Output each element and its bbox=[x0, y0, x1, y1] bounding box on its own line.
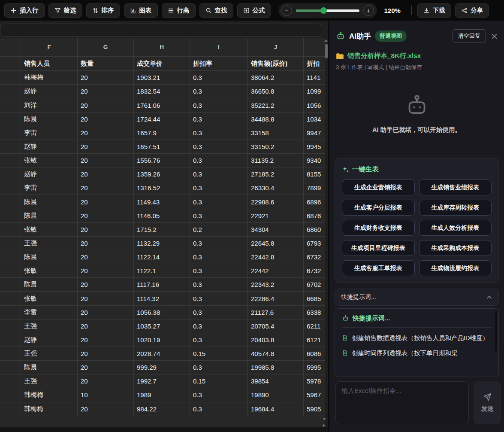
cell[interactable]: 1122.14 bbox=[134, 250, 190, 264]
cell[interactable] bbox=[0, 361, 21, 374]
cell[interactable]: 王强 bbox=[21, 347, 78, 360]
header-cell[interactable] bbox=[0, 57, 21, 70]
cell[interactable]: 1141 bbox=[304, 71, 324, 84]
cell[interactable]: 20 bbox=[78, 374, 134, 388]
cell[interactable]: 26330.4 bbox=[248, 181, 304, 195]
cell[interactable] bbox=[0, 333, 21, 347]
cell[interactable]: 0.3 bbox=[190, 195, 248, 208]
cell[interactable]: 19890 bbox=[248, 388, 304, 402]
cell[interactable]: 0.15 bbox=[190, 347, 248, 360]
cell[interactable]: 0.3 bbox=[190, 113, 248, 126]
header-cell[interactable]: 成交单价 bbox=[134, 57, 190, 70]
cell[interactable]: 20 bbox=[78, 278, 134, 291]
cell[interactable]: 0.3 bbox=[190, 361, 248, 374]
cell[interactable] bbox=[0, 167, 21, 181]
cell[interactable]: 20 bbox=[78, 71, 134, 84]
cell[interactable]: 20 bbox=[78, 361, 134, 374]
cell[interactable]: 39854 bbox=[248, 374, 304, 388]
cell[interactable]: 20 bbox=[78, 292, 134, 305]
cell[interactable]: 22442.8 bbox=[248, 250, 304, 264]
toolbar-button-formula[interactable]: 公式 bbox=[237, 3, 271, 18]
generate-report-button[interactable]: 生成财务收支报表 bbox=[342, 220, 415, 236]
cell[interactable]: 6732 bbox=[304, 250, 324, 264]
cell[interactable]: 22921 bbox=[248, 209, 304, 222]
cell[interactable]: 31135.2 bbox=[248, 154, 304, 167]
cell[interactable]: 1056.38 bbox=[134, 306, 190, 319]
cell[interactable] bbox=[0, 347, 21, 360]
cell[interactable]: 21127.6 bbox=[248, 306, 304, 319]
cell[interactable]: 0.3 bbox=[190, 237, 248, 250]
cell[interactable]: 10 bbox=[78, 388, 134, 402]
cell[interactable]: 20 bbox=[78, 85, 134, 98]
generate-report-button[interactable]: 生成库存周转报表 bbox=[419, 200, 492, 216]
command-input[interactable] bbox=[335, 381, 469, 424]
cell[interactable]: 20 bbox=[78, 347, 134, 360]
cell[interactable]: 20 bbox=[78, 126, 134, 140]
cell[interactable] bbox=[0, 388, 21, 402]
column-letter[interactable]: J bbox=[248, 38, 304, 56]
cell[interactable]: 0.2 bbox=[190, 223, 248, 236]
cell[interactable]: 1122.1 bbox=[134, 264, 190, 277]
cell[interactable]: 6211 bbox=[304, 319, 324, 333]
formula-bar-input[interactable] bbox=[0, 24, 322, 37]
cell[interactable] bbox=[0, 113, 21, 126]
zoom-slider[interactable] bbox=[296, 7, 359, 14]
generate-report-button[interactable]: 生成销售业绩报表 bbox=[419, 179, 492, 195]
cell[interactable]: 赵静 bbox=[21, 140, 78, 153]
cell[interactable]: 陈晨 bbox=[21, 195, 78, 208]
cell[interactable]: 王强 bbox=[21, 319, 78, 333]
cell[interactable]: 0.3 bbox=[190, 126, 248, 140]
cell[interactable]: 1114.32 bbox=[134, 292, 190, 305]
cell[interactable]: 20 bbox=[78, 223, 134, 236]
cell[interactable]: 22343.2 bbox=[248, 278, 304, 291]
generate-report-button[interactable]: 生成客服工单报表 bbox=[342, 260, 415, 276]
cell[interactable]: 6860 bbox=[304, 223, 324, 236]
header-cell[interactable]: 数量 bbox=[78, 57, 134, 70]
cell[interactable]: 1715.2 bbox=[134, 223, 190, 236]
cell[interactable]: 6086 bbox=[304, 347, 324, 360]
cell[interactable] bbox=[0, 292, 21, 305]
cell[interactable]: 张敏 bbox=[21, 223, 78, 236]
cell[interactable]: 0.3 bbox=[190, 292, 248, 305]
download-button[interactable]: 下载 bbox=[417, 3, 451, 18]
cell[interactable]: 6702 bbox=[304, 278, 324, 291]
cell[interactable]: 6685 bbox=[304, 292, 324, 305]
cell[interactable] bbox=[0, 237, 21, 250]
cell[interactable]: 984.22 bbox=[134, 402, 190, 416]
cell[interactable] bbox=[0, 306, 21, 319]
cell[interactable]: 陈晨 bbox=[21, 250, 78, 264]
quick-prompt-item[interactable]: 创建销售数据透视表（按销售人员和产品ID维度） bbox=[342, 333, 492, 343]
cell[interactable]: 1992.7 bbox=[134, 374, 190, 388]
cell[interactable]: 6732 bbox=[304, 264, 324, 277]
quick-prompts-toggle[interactable]: 快捷提示词... bbox=[335, 289, 499, 306]
scroll-down-arrow[interactable] bbox=[323, 418, 326, 420]
cell[interactable] bbox=[0, 223, 21, 236]
cell[interactable]: 19985.8 bbox=[248, 361, 304, 374]
cell[interactable]: 5978 bbox=[304, 374, 324, 388]
cell[interactable]: 1149.43 bbox=[134, 195, 190, 208]
cell[interactable]: 0.3 bbox=[190, 154, 248, 167]
quick-prompt-item[interactable]: 创建时间序列透视表（按下单日期和渠 bbox=[342, 348, 492, 358]
cell[interactable]: 5967 bbox=[304, 388, 324, 402]
toolbar-button-filter[interactable]: 筛选 bbox=[48, 3, 82, 18]
cell[interactable]: 陈晨 bbox=[21, 209, 78, 222]
toolbar-button-search[interactable]: 查找 bbox=[199, 3, 233, 18]
header-cell[interactable]: 折扣率 bbox=[190, 57, 248, 70]
cell[interactable]: 0.3 bbox=[190, 140, 248, 153]
cell[interactable] bbox=[0, 85, 21, 98]
header-cell[interactable]: 销售额(原价) bbox=[248, 57, 304, 70]
toolbar-button-plus[interactable]: 插入行 bbox=[4, 3, 45, 18]
generate-report-button[interactable]: 生成采购成本报表 bbox=[419, 240, 492, 256]
cell[interactable]: 0.3 bbox=[190, 278, 248, 291]
cell[interactable]: 20 bbox=[78, 237, 134, 250]
clear-replies-button[interactable]: 清空回复 bbox=[453, 29, 486, 43]
cell[interactable]: 1724.44 bbox=[134, 113, 190, 126]
cell[interactable]: 0.3 bbox=[190, 402, 248, 416]
generate-report-button[interactable]: 生成人效分析报表 bbox=[419, 220, 492, 236]
cell[interactable]: 22442 bbox=[248, 264, 304, 277]
cell[interactable]: 34488.8 bbox=[248, 113, 304, 126]
cell[interactable]: 陈晨 bbox=[21, 361, 78, 374]
cell[interactable]: 19684.4 bbox=[248, 402, 304, 416]
cell[interactable]: 20 bbox=[78, 140, 134, 153]
cell[interactable]: 20 bbox=[78, 181, 134, 195]
